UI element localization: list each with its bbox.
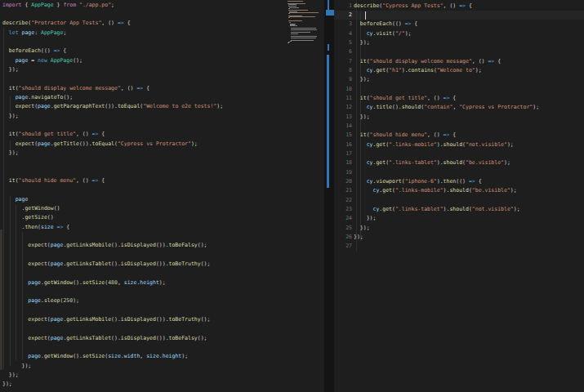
code-line: [2, 158, 223, 167]
line-number[interactable]: 1: [334, 2, 352, 11]
code-line: });: [2, 149, 223, 158]
editor-split-divider[interactable]: [324, 0, 334, 392]
code-line: [2, 324, 223, 333]
code-line: page.getWindow().setSize(480, size.heigh…: [2, 278, 223, 287]
code-line: [354, 196, 539, 205]
minimap-line: [291, 36, 316, 37]
line-number[interactable]: 8: [334, 66, 352, 75]
scrollbar-segment[interactable]: [328, 44, 330, 51]
code-line: [2, 167, 223, 176]
code-line: [2, 269, 223, 278]
code-line: import { AppPage } from "./app.po";: [2, 1, 223, 10]
code-line: });: [2, 65, 223, 74]
code-line: cy.get(".links-mobile").should("not.visi…: [354, 140, 539, 149]
minimap-line: [290, 41, 292, 42]
code-line: .getSize(): [2, 213, 223, 222]
minimap-line: [288, 17, 290, 18]
minimap-line: [290, 25, 296, 26]
right-editor-pane[interactable]: 1234567891011121314151617181920212223242…: [334, 0, 584, 392]
code-line: .then(size => {: [2, 223, 223, 232]
code-line: cy.get(".links-tablet").should("be.visib…: [354, 158, 539, 167]
code-line: [2, 306, 223, 315]
line-number[interactable]: 3: [334, 20, 352, 29]
minimap-line: [289, 7, 299, 8]
code-line: [2, 343, 223, 352]
code-line: });: [2, 112, 223, 121]
line-number[interactable]: 11: [334, 94, 352, 103]
scrollbar-thumb[interactable]: [327, 55, 329, 188]
code-line: .getWindow(): [2, 204, 223, 213]
code-line: page: [2, 195, 223, 204]
line-number[interactable]: 7: [334, 57, 352, 66]
line-number[interactable]: 27: [334, 242, 352, 251]
right-code-area[interactable]: describe("Cypress App Tests", () => { be…: [354, 2, 539, 252]
code-line: expect(page.getLinksMobile().isDisplayed…: [2, 315, 223, 324]
code-line: expect(page.getLinksMobile().isDisplayed…: [2, 241, 223, 250]
code-line: [2, 251, 223, 260]
code-line: describe("Protractor App Tests", () => {: [2, 19, 223, 28]
line-number[interactable]: 2: [334, 11, 352, 20]
code-line: it("should hide menu", () => {: [2, 176, 223, 185]
code-line: expect(page.getTitle()).toEqual("Cypress…: [2, 140, 223, 149]
line-number[interactable]: 19: [334, 168, 352, 177]
left-code-area[interactable]: import { AppPage } from "./app.po"; desc…: [2, 1, 223, 390]
left-editor-pane[interactable]: import { AppPage } from "./app.po"; desc…: [0, 0, 324, 392]
minimap-line: [291, 32, 310, 33]
code-line: [2, 121, 223, 130]
minimap-line: [288, 20, 302, 21]
code-line: describe("Cypress App Tests", () => {: [354, 2, 539, 11]
code-line: expect(page.getLinksTablet().isDisplayed…: [2, 260, 223, 269]
minimap-line: [291, 38, 316, 38]
minimap-line: [288, 1, 303, 2]
code-line: it("should display welcome message", () …: [2, 84, 223, 93]
line-number[interactable]: 14: [334, 122, 352, 131]
code-line: });: [2, 371, 223, 380]
code-line: page.sleep(250);: [2, 296, 223, 305]
line-number[interactable]: 10: [334, 85, 352, 94]
line-number[interactable]: 6: [334, 47, 352, 56]
line-number[interactable]: 12: [334, 103, 352, 112]
code-line: [354, 242, 539, 251]
minimap-line: [288, 42, 289, 43]
editor-split-view: import { AppPage } from "./app.po"; desc…: [0, 0, 584, 392]
minimap-line: [291, 29, 316, 30]
minimap[interactable]: [288, 1, 322, 47]
code-line: cy.get("h1").contains("Welcome to");: [354, 66, 539, 75]
line-number[interactable]: 4: [334, 29, 352, 38]
line-number[interactable]: 16: [334, 140, 352, 149]
code-line: [2, 287, 223, 296]
code-line: [354, 122, 539, 131]
code-line: });: [354, 224, 539, 233]
code-line: [354, 168, 539, 177]
code-line: [354, 85, 539, 94]
code-line: page.navigateTo();: [2, 93, 223, 102]
minimap-line: [289, 12, 319, 13]
code-line: });: [354, 233, 539, 242]
code-line: [2, 185, 223, 194]
line-number[interactable]: 17: [334, 149, 352, 158]
code-line: expect(page.getParagraphText()).toEqual(…: [2, 102, 223, 111]
code-line: [354, 47, 539, 56]
line-number[interactable]: 25: [334, 224, 352, 233]
line-number[interactable]: 22: [334, 196, 352, 205]
code-line: [2, 38, 223, 47]
line-number[interactable]: 15: [334, 131, 352, 140]
line-number[interactable]: 21: [334, 186, 352, 195]
code-line: [354, 149, 539, 158]
line-number[interactable]: 24: [334, 214, 352, 223]
line-number[interactable]: 13: [334, 113, 352, 122]
line-number[interactable]: 18: [334, 158, 352, 167]
code-line: cy.viewport("iphone-6").then(() => {: [354, 177, 539, 186]
left-edge-scrollbar[interactable]: [0, 229, 2, 370]
code-line: beforeEach(() => {: [354, 20, 539, 29]
line-number[interactable]: 20: [334, 177, 352, 186]
code-line: it("should get title", () => {: [2, 130, 223, 139]
line-number[interactable]: 5: [334, 38, 352, 47]
code-line: cy.title().should("contain", "Cypress vs…: [354, 103, 539, 112]
code-line: [2, 232, 223, 241]
line-number[interactable]: 26: [334, 233, 352, 242]
line-number-gutter[interactable]: 1234567891011121314151617181920212223242…: [334, 2, 352, 252]
line-number[interactable]: 23: [334, 205, 352, 214]
line-number[interactable]: 9: [334, 75, 352, 84]
code-line: cy.visit("/");: [354, 29, 539, 38]
